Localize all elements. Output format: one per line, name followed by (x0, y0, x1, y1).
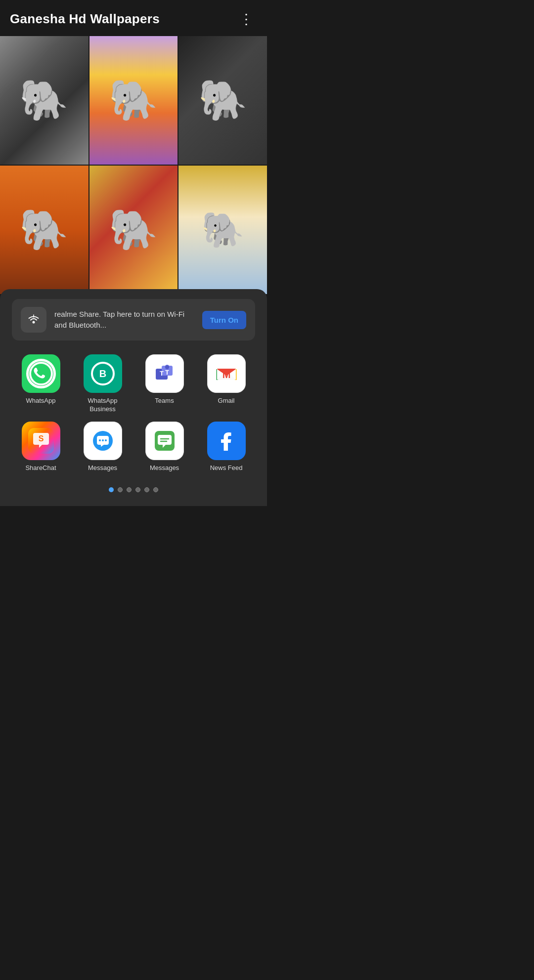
wallpaper-item-6[interactable] (178, 166, 267, 294)
svg-point-18 (102, 439, 104, 441)
teams-label: Teams (155, 397, 174, 405)
app-header: Ganesha Hd Wallpapers ⋮ (0, 0, 267, 36)
share-app-facebook[interactable]: News Feed (197, 422, 255, 472)
gmail-label: Gmail (218, 397, 235, 405)
dot-3 (127, 487, 132, 492)
gmail-icon: M (207, 354, 246, 393)
wallpaper-item-3[interactable] (178, 36, 267, 165)
share-sheet: realme Share. Tap here to turn on Wi-Fi … (0, 289, 267, 506)
share-app-messages-google[interactable]: Messages (135, 422, 193, 472)
turn-on-button[interactable]: Turn On (202, 311, 246, 329)
share-app-messages-samsung[interactable]: Messages (74, 422, 132, 472)
wallpaper-grid (0, 36, 267, 294)
messages-samsung-label: Messages (88, 464, 117, 472)
svg-text:S: S (38, 434, 44, 443)
messages-samsung-icon (84, 422, 122, 460)
whatsapp-business-icon: B (84, 354, 122, 393)
whatsapp-icon (22, 354, 60, 393)
overflow-menu-icon[interactable]: ⋮ (235, 9, 257, 29)
wallpaper-item-5[interactable] (89, 166, 178, 294)
svg-text:M: M (222, 369, 230, 380)
dot-2 (118, 487, 123, 492)
wallpaper-item-4[interactable] (0, 166, 89, 294)
whatsapp-business-label: WhatsApp Business (81, 397, 125, 414)
dot-5 (144, 487, 149, 492)
share-app-whatsapp[interactable]: WhatsApp (12, 354, 70, 414)
dot-6 (153, 487, 158, 492)
share-app-sharechat[interactable]: S ShareChat (12, 422, 70, 472)
sharechat-icon: S (22, 422, 60, 460)
page-indicator (12, 482, 255, 501)
facebook-label: News Feed (210, 464, 243, 472)
svg-point-19 (105, 439, 107, 441)
dot-1 (109, 487, 114, 492)
svg-point-2 (30, 363, 52, 384)
facebook-icon (207, 422, 246, 460)
wifi-bluetooth-icon (21, 307, 46, 333)
messages-google-label: Messages (150, 464, 179, 472)
svg-text:T: T (160, 370, 164, 377)
messages-google-icon (145, 422, 184, 460)
app-share-grid: WhatsApp B WhatsApp Business (12, 354, 255, 472)
teams-icon: T T (145, 354, 184, 393)
share-app-gmail[interactable]: M Gmail (197, 354, 255, 414)
svg-text:B: B (99, 368, 106, 379)
page-title: Ganesha Hd Wallpapers (10, 11, 160, 27)
realme-share-banner[interactable]: realme Share. Tap here to turn on Wi-Fi … (12, 299, 255, 341)
svg-point-17 (99, 439, 101, 441)
svg-point-0 (33, 321, 35, 324)
share-app-whatsapp-business[interactable]: B WhatsApp Business (74, 354, 132, 414)
whatsapp-label: WhatsApp (26, 397, 56, 405)
svg-text:T: T (165, 369, 169, 376)
dot-4 (135, 487, 140, 492)
realme-share-text: realme Share. Tap here to turn on Wi-Fi … (54, 309, 194, 331)
sharechat-label: ShareChat (25, 464, 56, 472)
wallpaper-item-1[interactable] (0, 36, 89, 165)
share-app-teams[interactable]: T T Teams (135, 354, 193, 414)
wallpaper-item-2[interactable] (89, 36, 178, 165)
